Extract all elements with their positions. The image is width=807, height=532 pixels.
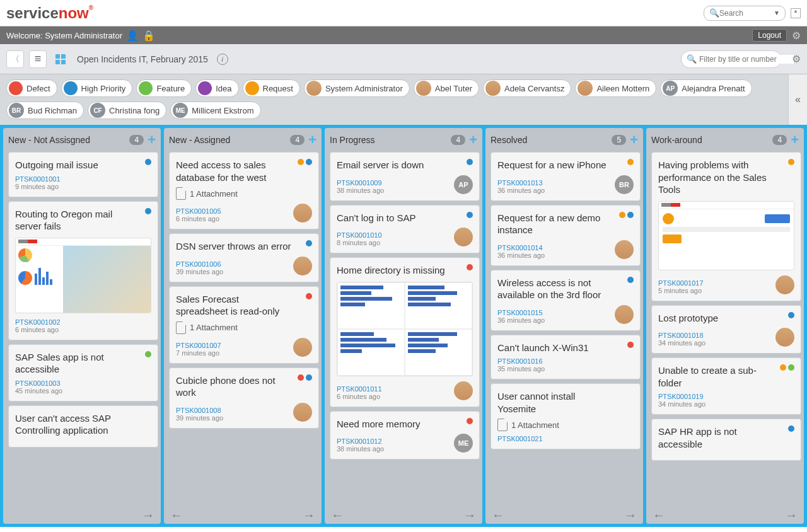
- arrow-left-icon[interactable]: ←: [492, 508, 504, 523]
- grid-view-button[interactable]: [52, 50, 69, 68]
- filter-input[interactable]: [699, 55, 794, 64]
- card-id: PTSK0001019: [658, 393, 705, 400]
- avatar: [293, 257, 312, 275]
- add-card-button[interactable]: +: [148, 132, 156, 148]
- arrow-left-icon[interactable]: ←: [653, 508, 665, 523]
- filter-person[interactable]: Aileen Mottern: [575, 79, 656, 97]
- kanban-card[interactable]: Email server is down PTSK0001009 38 minu…: [330, 152, 480, 201]
- arrow-left-icon[interactable]: ←: [170, 508, 183, 523]
- kanban-card[interactable]: Routing to Oregon mail server fails PTSK…: [8, 201, 158, 340]
- kanban-card[interactable]: Can't log in to SAP PTSK0001010 8 minute…: [330, 205, 480, 254]
- filter-person[interactable]: BRBud Richman: [6, 101, 84, 119]
- kanban-card[interactable]: Request for a new demo instance PTSK0001…: [491, 205, 641, 266]
- info-icon[interactable]: i: [217, 54, 228, 65]
- arrow-left-icon[interactable]: ←: [331, 508, 344, 523]
- tag-label: Request: [263, 84, 293, 93]
- add-card-button[interactable]: +: [630, 132, 638, 148]
- logout-button[interactable]: Logout: [752, 29, 787, 42]
- card-tags: [145, 208, 151, 214]
- kanban-card[interactable]: Outgoing mail issue PTSK0001001 9 minute…: [8, 152, 158, 197]
- lane-header: Resolved 5 +: [485, 128, 643, 152]
- filter-tag[interactable]: Idea: [195, 79, 238, 97]
- filter-person[interactable]: System Administrator: [304, 79, 410, 97]
- lane-body[interactable]: Outgoing mail issue PTSK0001001 9 minute…: [3, 152, 161, 506]
- kanban-card[interactable]: Lost prototype PTSK0001018 34 minutes ag…: [651, 305, 801, 354]
- arrow-right-icon[interactable]: →: [463, 508, 476, 523]
- card-tags: [306, 293, 312, 299]
- list-view-button[interactable]: [29, 50, 47, 68]
- filter-tag[interactable]: High Priority: [61, 79, 133, 97]
- global-search-input[interactable]: [719, 9, 774, 18]
- user-icon[interactable]: 👤: [126, 30, 139, 42]
- card-time: 39 minutes ago: [176, 268, 223, 275]
- kanban-lane: New - Not Assisgned 4 + Outgoing mail is…: [3, 128, 161, 524]
- filter-person[interactable]: APAlejandra Prenatt: [660, 79, 752, 97]
- arrow-right-icon[interactable]: →: [142, 508, 154, 523]
- avatar: AP: [454, 175, 473, 194]
- person-label: Bud Richman: [28, 106, 77, 115]
- card-time: 34 minutes ago: [658, 400, 705, 408]
- attachment-icon: [497, 419, 508, 431]
- grid-icon: [55, 54, 66, 64]
- arrow-right-icon[interactable]: →: [624, 508, 637, 523]
- arrow-right-icon[interactable]: →: [303, 508, 315, 523]
- kanban-card[interactable]: Sales Forecast spreadsheet is read-only …: [169, 286, 319, 364]
- kanban-card[interactable]: SAP HR app is not accessible: [651, 419, 801, 461]
- logo-service: service: [6, 4, 59, 21]
- filter-tag[interactable]: Feature: [136, 79, 192, 97]
- lock-icon[interactable]: 🔒: [142, 30, 155, 42]
- avatar: ME: [173, 103, 188, 118]
- filter-person[interactable]: CFChristina fong: [88, 101, 166, 119]
- back-button[interactable]: 〈: [6, 50, 24, 68]
- lane-body[interactable]: Email server is down PTSK0001009 38 minu…: [325, 152, 482, 506]
- filter-tag[interactable]: Defect: [6, 79, 57, 97]
- kanban-card[interactable]: Home directory is missing PTSK0001011 6 …: [330, 257, 480, 407]
- kanban-card[interactable]: Having problems with performance on the …: [651, 152, 801, 301]
- kanban-lane: Work-around 4 + Having problems with per…: [646, 128, 804, 524]
- kanban-card[interactable]: Can't launch X-Win31 PTSK0001016 35 minu…: [491, 335, 641, 380]
- add-card-button[interactable]: +: [469, 132, 477, 148]
- filter-person[interactable]: Adela Cervantsz: [483, 79, 571, 97]
- card-id: PTSK0001015: [497, 309, 545, 316]
- kanban-card[interactable]: Need more memory PTSK0001012 38 minutes …: [330, 411, 480, 460]
- gear-icon[interactable]: ⚙: [792, 53, 801, 65]
- global-search[interactable]: 🔍 ▼: [704, 6, 786, 21]
- lane-body[interactable]: Need access to sales database for the we…: [164, 152, 322, 506]
- kanban-card[interactable]: User can't access SAP Controlling applic…: [8, 405, 158, 448]
- add-card-button[interactable]: +: [308, 132, 316, 148]
- kanban-card[interactable]: Unable to create a sub-folder PTSK000101…: [651, 357, 801, 415]
- tag-label: Idea: [216, 84, 231, 93]
- filter-input-wrap[interactable]: 🔍: [681, 50, 782, 68]
- collapse-filters-button[interactable]: «: [788, 74, 807, 125]
- kanban-card[interactable]: SAP Sales app is not accessible PTSK0001…: [8, 344, 158, 402]
- gear-icon[interactable]: ⚙: [792, 30, 801, 42]
- welcome-user: System Administrator: [45, 31, 122, 40]
- card-title: Sales Forecast spreadsheet is read-only: [176, 293, 312, 318]
- attachment-label: 1 Attachment: [511, 420, 559, 430]
- attachment-icon: [176, 187, 186, 200]
- filter-tag[interactable]: Request: [243, 79, 300, 97]
- card-id: PTSK0001008: [176, 407, 223, 414]
- tag-color-dot: [245, 81, 259, 95]
- kanban-card[interactable]: Wireless access is not available on the …: [491, 270, 641, 331]
- kanban-card[interactable]: User cannot install Yosemite 1 Attachmen…: [491, 383, 641, 449]
- filter-person[interactable]: MEMillicent Ekstrom: [170, 101, 260, 119]
- expand-icon[interactable]: [791, 8, 801, 18]
- chevron-down-icon[interactable]: ▼: [774, 9, 780, 16]
- arrow-right-icon[interactable]: →: [785, 508, 798, 523]
- filter-bar: DefectHigh PriorityFeatureIdeaRequestSys…: [0, 74, 807, 125]
- lane-count: 4: [129, 135, 144, 145]
- lane-body[interactable]: Having problems with performance on the …: [646, 152, 804, 506]
- card-title: Home directory is missing: [337, 264, 473, 277]
- lane-body[interactable]: Request for a new iPhone PTSK0001013 36 …: [485, 152, 643, 506]
- card-id: PTSK0001005: [176, 207, 221, 215]
- kanban-card[interactable]: DSN server throws an error PTSK0001006 3…: [169, 233, 319, 282]
- card-title: Outgoing mail issue: [15, 159, 151, 171]
- card-time: 5 minutes ago: [658, 287, 704, 294]
- card-tags: [467, 212, 473, 218]
- kanban-card[interactable]: Request for a new iPhone PTSK0001013 36 …: [491, 152, 641, 201]
- add-card-button[interactable]: +: [791, 132, 799, 148]
- filter-person[interactable]: Abel Tuter: [414, 79, 479, 97]
- kanban-card[interactable]: Need access to sales database for the we…: [169, 152, 319, 229]
- kanban-card[interactable]: Cubicle phone does not work PTSK0001008 …: [169, 367, 319, 429]
